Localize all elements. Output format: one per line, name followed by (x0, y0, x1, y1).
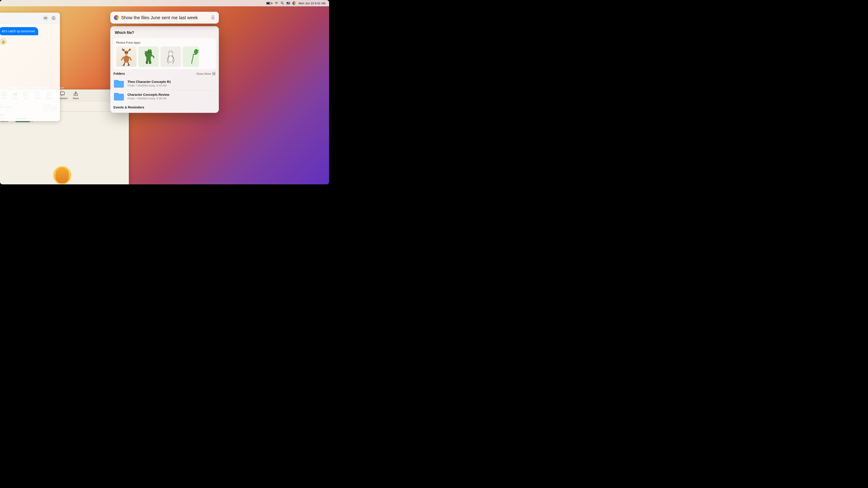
folder-name-1: Theo Character Concepts R1 (127, 80, 216, 84)
svg-point-0 (281, 2, 283, 4)
wifi-icon (275, 1, 278, 5)
photos-grid (116, 46, 213, 67)
folder-icon-2 (114, 92, 124, 101)
svg-rect-22 (60, 92, 64, 95)
svg-rect-4 (287, 3, 288, 4)
folder-meta-1: Folder • Modified today, 9:40 AM (127, 84, 216, 87)
toolbar-share-button[interactable]: Share (70, 90, 81, 101)
message-bubble: let's catch up tomorrow! (0, 27, 38, 35)
thumbs-up-reaction[interactable]: 👍 (0, 38, 7, 45)
svg-marker-36 (145, 51, 146, 53)
spotlight-input[interactable] (121, 15, 209, 20)
svg-rect-25 (212, 15, 214, 18)
menubar-time: Mon Jun 10 9:41 AM (299, 2, 326, 5)
svg-point-43 (194, 50, 197, 54)
svg-rect-35 (149, 61, 151, 64)
results-title: Which file? (110, 31, 219, 38)
svg-rect-5 (288, 3, 290, 4)
show-more-arrow-icon (212, 72, 216, 75)
comment-icon (60, 91, 65, 96)
svg-rect-34 (146, 61, 148, 64)
photo-thumb-3[interactable] (160, 46, 181, 67)
svg-point-41 (169, 52, 170, 53)
siri-search-icon (114, 15, 119, 20)
svg-rect-2 (287, 2, 288, 3)
events-label: Events & Reminders (114, 105, 216, 109)
folders-label: Folders (114, 72, 125, 75)
svg-rect-32 (146, 56, 151, 61)
show-more-label: Show More (196, 72, 211, 75)
folder-icon-1 (114, 79, 124, 88)
control-center-icon[interactable] (286, 1, 290, 5)
share-label: Share (73, 97, 79, 100)
svg-rect-3 (288, 2, 290, 3)
svg-point-39 (149, 51, 150, 51)
folder-name-2: Character Concepts Review (127, 93, 216, 96)
messages-body: let's catch up tomorrow! 👍 (0, 24, 60, 49)
search-icon[interactable] (281, 1, 284, 5)
folder-meta-2: Folder • Modified today, 9:38 AM (127, 97, 216, 100)
video-call-button[interactable] (43, 15, 48, 21)
svg-point-40 (168, 56, 173, 62)
photo-thumb-1[interactable] (116, 46, 136, 67)
svg-rect-6 (44, 17, 46, 19)
share-icon (73, 91, 79, 96)
menubar: Mon Jun 10 9:41 AM (0, 0, 329, 6)
messages-window: i let's catch up tomorrow! 👍 (0, 13, 60, 121)
folder-info-2: Character Concepts Review Folder • Modif… (127, 93, 216, 100)
folder-item-1[interactable]: Theo Character Concepts R1 Folder • Modi… (113, 77, 216, 90)
siri-icon[interactable] (292, 1, 296, 5)
show-more-button[interactable]: Show More (196, 72, 216, 75)
svg-point-42 (171, 52, 172, 53)
svg-point-29 (125, 52, 126, 53)
microphone-icon[interactable] (211, 15, 215, 20)
svg-line-1 (283, 4, 284, 4)
spotlight-results-panel: Which file? Photos From Apps (110, 26, 219, 113)
spotlight-searchbar[interactable] (110, 12, 219, 24)
photos-section: Photos From Apps (113, 38, 216, 69)
folder-info-1: Theo Character Concepts R1 Folder • Modi… (127, 80, 216, 87)
info-button[interactable]: i (51, 15, 56, 21)
photos-section-label: Photos From Apps (116, 41, 213, 44)
folders-header: Folders Show More (113, 72, 216, 75)
photo-thumb-2[interactable] (138, 46, 159, 67)
folder-item-2[interactable]: Character Concepts Review Folder • Modif… (113, 90, 216, 103)
svg-point-28 (124, 55, 129, 63)
svg-point-30 (127, 52, 128, 53)
photo-thumb-4[interactable] (183, 46, 203, 67)
svg-text:i: i (53, 18, 54, 20)
battery-icon (266, 2, 272, 4)
menubar-icons (266, 1, 296, 5)
events-section: Events & Reminders (110, 105, 219, 109)
messages-titlebar: i (0, 13, 60, 24)
desktop: Mon Jun 10 9:41 AM i let's catch up tomo… (0, 0, 329, 184)
folders-section: Folders Show More (110, 72, 219, 103)
